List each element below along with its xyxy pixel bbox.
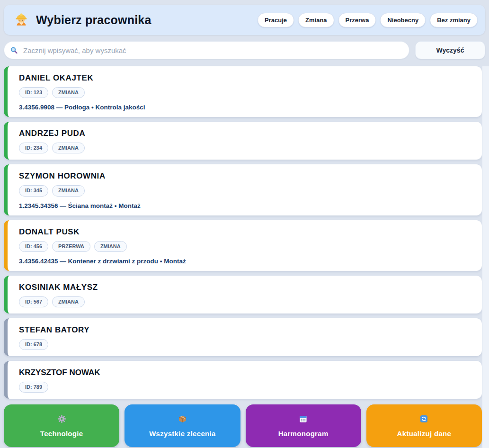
package-icon: [178, 414, 187, 423]
assignment-text: 3.4356.9908 — Podłoga • Kontrola jakości: [19, 104, 474, 111]
scrollbar-track[interactable]: [482, 66, 489, 448]
calendar-icon: [299, 414, 308, 423]
header: Wybierz pracownika Pracuje Zmiana Przerw…: [4, 5, 485, 35]
employee-list: DANIEL OKAJTEK ID: 123 ZMIANA 3.4356.990…: [4, 66, 482, 399]
status-badge: ZMIANA: [52, 143, 85, 153]
badge-row: ID: 456 PRZERWA ZMIANA: [19, 241, 474, 252]
employee-name: SZYMON HOROWNIA: [19, 171, 474, 181]
filter-bez-zmiany[interactable]: Bez zmiany: [430, 13, 478, 27]
employee-name: STEFAN BATORY: [19, 325, 474, 335]
page-title: Wybierz pracownika: [36, 13, 151, 27]
employee-id-badge: ID: 678: [19, 339, 48, 350]
status-badge: ZMIANA: [52, 87, 85, 98]
badge-row: ID: 123 ZMIANA: [19, 87, 474, 98]
filter-pracuje[interactable]: Pracuje: [258, 13, 294, 27]
action-label: Aktualizuj dane: [397, 430, 452, 438]
employee-id-badge: ID: 456: [19, 241, 48, 252]
badge-row: ID: 678: [19, 339, 474, 350]
wszystkie-zlecenia-button[interactable]: Wszystkie zlecenia: [124, 404, 240, 447]
aktualizuj-dane-button[interactable]: Aktualizuj dane: [366, 404, 482, 447]
employee-id-badge: ID: 789: [19, 382, 48, 393]
search-row: Wyczyść: [4, 41, 485, 59]
employee-name: ANDRZEJ PUDA: [19, 129, 474, 138]
footer-actions: Technologie Wszystkie zlecenia: [4, 404, 482, 447]
employee-id-badge: ID: 345: [19, 185, 48, 196]
action-label: Technologie: [40, 430, 83, 438]
employee-card[interactable]: SZYMON HOROWNIA ID: 345 ZMIANA 1.2345.34…: [4, 164, 482, 215]
employee-id-badge: ID: 234: [19, 143, 48, 153]
action-label: Wszystkie zlecenia: [149, 430, 215, 438]
status-badge: ZMIANA: [94, 241, 127, 252]
clear-search-button[interactable]: Wyczyść: [415, 41, 485, 59]
refresh-icon: [419, 414, 428, 423]
search-input[interactable]: [4, 41, 409, 59]
employee-id-badge: ID: 567: [19, 296, 48, 307]
employee-name: KOSINIAK MAŁYSZ: [19, 283, 474, 292]
employee-name: DONALT PUSK: [19, 227, 474, 237]
employee-card[interactable]: KRZYSZTOF NOWAK ID: 789: [4, 361, 482, 399]
employee-card[interactable]: DONALT PUSK ID: 456 PRZERWA ZMIANA 3.435…: [4, 220, 482, 271]
employee-card[interactable]: ANDRZEJ PUDA ID: 234 ZMIANA: [4, 122, 482, 160]
employee-picker-screen: Wybierz pracownika Pracuje Zmiana Przerw…: [0, 5, 489, 447]
badge-row: ID: 567 ZMIANA: [19, 296, 474, 307]
employee-name: KRZYSZTOF NOWAK: [19, 368, 474, 377]
search-box: [4, 41, 409, 59]
employee-id-badge: ID: 123: [19, 87, 48, 98]
filter-zmiana[interactable]: Zmiana: [298, 13, 334, 27]
assignment-text: 3.4356.42435 — Kontener z drzwiami z prz…: [19, 258, 474, 265]
badge-row: ID: 345 ZMIANA: [19, 185, 474, 196]
technologie-button[interactable]: Technologie: [4, 404, 119, 447]
status-badge: PRZERWA: [52, 241, 90, 252]
filter-przerwa[interactable]: Przerwa: [338, 13, 376, 27]
status-badge: ZMIANA: [52, 296, 85, 307]
employee-card[interactable]: KOSINIAK MAŁYSZ ID: 567 ZMIANA: [4, 276, 482, 314]
employee-name: DANIEL OKAJTEK: [19, 73, 474, 83]
status-badge: ZMIANA: [52, 185, 85, 196]
action-label: Harmonogram: [278, 430, 329, 438]
badge-row: ID: 234 ZMIANA: [19, 143, 474, 153]
harmonogram-button[interactable]: Harmonogram: [246, 404, 361, 447]
construction-worker-icon: [13, 12, 29, 28]
badge-row: ID: 789: [19, 382, 474, 393]
employee-card[interactable]: DANIEL OKAJTEK ID: 123 ZMIANA 3.4356.990…: [4, 66, 482, 117]
filter-nieobecny[interactable]: Nieobecny: [380, 13, 426, 27]
gear-icon: [57, 414, 66, 423]
employee-card[interactable]: STEFAN BATORY ID: 678: [4, 318, 482, 356]
status-filter-group: Pracuje Zmiana Przerwa Nieobecny Bez zmi…: [258, 13, 478, 27]
magnifier-icon: [10, 46, 18, 54]
assignment-text: 1.2345.34356 — Ściana montaż • Montaż: [19, 202, 474, 209]
